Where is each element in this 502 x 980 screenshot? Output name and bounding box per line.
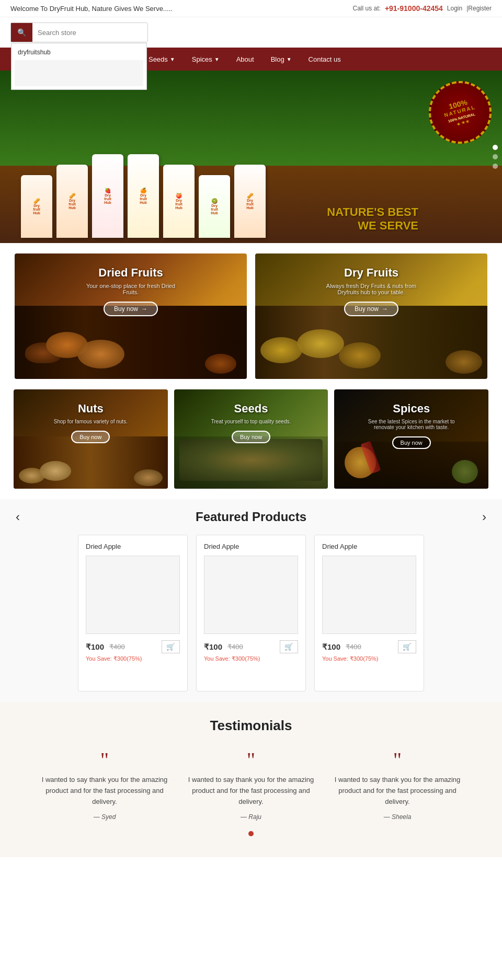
contact-bar: Call us at: +91-91000-42454 Login |Regis… <box>353 4 492 13</box>
buy-now-label: Buy now <box>355 305 379 313</box>
category-grid-top: Dried Fruits Your one-stop place for fre… <box>0 243 502 389</box>
hero-dot-1[interactable] <box>493 145 498 150</box>
testimonial-author: — Raju <box>183 813 319 821</box>
product-savings: You Save: ₹300(75%) <box>322 655 416 662</box>
quote-mark-icon: " <box>37 750 173 770</box>
category-overlay: Dried Fruits Your one-stop place for fre… <box>15 253 247 379</box>
category-card-dry-fruits[interactable]: Dry Fruits Always fresh Dry Fruits & nut… <box>255 253 487 379</box>
product-pricing: ₹100 ₹400 🛒 <box>86 640 180 653</box>
quote-mark-icon: " <box>329 750 465 770</box>
welcome-message: Welcome To DryFruit Hub, Nature Gives We… <box>10 5 173 13</box>
testimonial-dots <box>10 831 492 836</box>
category-card-dried-fruits[interactable]: Dried Fruits Your one-stop place for fre… <box>15 253 247 379</box>
add-to-cart-button[interactable]: 🛒 <box>280 640 298 653</box>
testimonial-dot-1[interactable] <box>248 831 254 836</box>
featured-title: Featured Products <box>196 510 306 524</box>
testimonial-card: " I wanted to say thank you for the amaz… <box>329 750 465 821</box>
search-icon: 🔍 <box>17 28 26 37</box>
nav-item-spices[interactable]: Spices ▼ <box>184 48 228 71</box>
hero-tagline-1: NATURE'S BEST <box>327 205 418 219</box>
product-price: ₹100 <box>86 642 104 652</box>
category-card-spices[interactable]: Spices See the latest Spices in the mark… <box>334 389 488 489</box>
product-image <box>86 556 180 634</box>
product-name: Dried Apple <box>322 543 416 550</box>
search-dropdown: dryfruitshub <box>11 43 147 90</box>
products-next-button[interactable]: › <box>477 510 492 524</box>
products-prev-button[interactable]: ‹ <box>10 510 25 524</box>
buy-now-label: Buy now <box>240 434 262 440</box>
category-card-seeds[interactable]: Seeds Treat yourself to top quality seed… <box>174 389 328 489</box>
featured-header: ‹ Featured Products › <box>10 510 492 524</box>
category-subtitle: See the latest Spices in the market to r… <box>359 419 464 430</box>
quote-mark-icon: " <box>183 750 319 770</box>
products-grid: Dried Apple ₹100 ₹400 🛒 You Save: ₹300(7… <box>10 535 492 691</box>
testimonials-section: Testimonials " I wanted to say thank you… <box>0 702 502 857</box>
search-input[interactable] <box>32 24 147 42</box>
testimonial-author: — Sheela <box>329 813 465 821</box>
buy-now-button[interactable]: Buy now → <box>104 302 158 316</box>
arrow-right-icon: → <box>382 305 388 313</box>
add-to-cart-button[interactable]: 🛒 <box>162 640 180 653</box>
buy-now-button[interactable]: Buy now <box>71 431 110 443</box>
dropdown-arrow-icon: ▼ <box>170 56 175 62</box>
product-pricing: ₹100 ₹400 🛒 <box>322 640 416 653</box>
search-wrapper: 🔍 dryfruitshub <box>10 22 148 42</box>
buy-now-label: Buy now <box>401 440 423 446</box>
product-bag: 🍑 DryfruitHub <box>163 165 195 238</box>
nav-item-blog[interactable]: Blog ▼ <box>263 48 300 71</box>
product-image <box>204 556 298 634</box>
product-bag: 🍓 DryfruitHub <box>92 154 123 238</box>
category-title: Nuts <box>78 402 104 416</box>
product-name: Dried Apple <box>204 543 298 550</box>
category-subtitle: Your one-stop place for fresh Dried Frui… <box>78 283 183 295</box>
hero-tagline-2: WE SERVE <box>327 219 418 233</box>
buy-now-button[interactable]: Buy now <box>392 436 431 449</box>
dropdown-arrow-icon: ▼ <box>287 56 292 62</box>
testimonial-text: I wanted to say thank you for the amazin… <box>37 775 173 807</box>
product-bag: 🥜 DryfruitHub <box>56 165 88 238</box>
product-card: Dried Apple ₹100 ₹400 🛒 You Save: ₹300(7… <box>314 535 424 691</box>
nav-item-about[interactable]: About <box>228 48 263 71</box>
buy-now-button[interactable]: Buy now <box>232 431 270 443</box>
add-to-cart-button[interactable]: 🛒 <box>398 640 416 653</box>
buy-now-button[interactable]: Buy now → <box>344 302 398 316</box>
product-name: Dried Apple <box>86 543 180 550</box>
search-area: 🔍 dryfruitshub 🛒 0 <box>0 17 502 48</box>
testimonial-author: — Syed <box>37 813 173 821</box>
product-original-price: ₹400 <box>227 643 243 651</box>
product-price: ₹100 <box>204 642 222 652</box>
category-title: Dry Fruits <box>344 266 398 280</box>
product-savings: You Save: ₹300(75%) <box>204 655 298 662</box>
top-bar: Welcome To DryFruit Hub, Nature Gives We… <box>0 0 502 17</box>
category-card-nuts[interactable]: Nuts Shop for famous variety of nuts. Bu… <box>14 389 168 489</box>
category-overlay: Nuts Shop for famous variety of nuts. Bu… <box>14 389 168 489</box>
product-savings: You Save: ₹300(75%) <box>86 655 180 662</box>
testimonials-grid: " I wanted to say thank you for the amaz… <box>10 750 492 821</box>
product-original-price: ₹400 <box>346 643 361 651</box>
product-bag: 🍊 DryfruitHub <box>128 154 159 238</box>
login-link[interactable]: Login <box>447 5 462 12</box>
buy-now-label: Buy now <box>79 434 101 440</box>
nav-item-contact[interactable]: Contact us <box>300 48 349 71</box>
hero-content: 🥜 DryfruitHub 🥜 DryfruitHub 🍓 DryfruitHu… <box>0 71 502 243</box>
register-link[interactable]: |Register <box>466 5 492 12</box>
search-dropdown-item[interactable]: dryfruitshub <box>15 47 143 58</box>
hero-banner: 🥜 DryfruitHub 🥜 DryfruitHub 🍓 DryfruitHu… <box>0 71 502 243</box>
category-overlay: Dry Fruits Always fresh Dry Fruits & nut… <box>255 253 487 379</box>
product-bag: 🥜 DryfruitHub <box>234 165 266 238</box>
hero-dot-2[interactable] <box>493 154 498 159</box>
product-bag: 🥝 DryfruitHub <box>199 175 230 238</box>
search-button[interactable]: 🔍 <box>11 23 32 42</box>
featured-products-section: ‹ Featured Products › Dried Apple ₹100 ₹… <box>0 499 502 702</box>
product-pricing: ₹100 ₹400 🛒 <box>204 640 298 653</box>
category-subtitle: Always fresh Dry Fruits & nuts from Dryf… <box>319 283 424 295</box>
testimonial-text: I wanted to say thank you for the amazin… <box>183 775 319 807</box>
testimonial-card: " I wanted to say thank you for the amaz… <box>183 750 319 821</box>
product-bag: 🥜 DryfruitHub <box>21 175 52 238</box>
call-label: Call us at: <box>353 5 381 12</box>
testimonial-text: I wanted to say thank you for the amazin… <box>329 775 465 807</box>
product-card: Dried Apple ₹100 ₹400 🛒 You Save: ₹300(7… <box>196 535 306 691</box>
category-overlay: Spices See the latest Spices in the mark… <box>334 389 488 489</box>
hero-dot-3[interactable] <box>493 164 498 169</box>
dropdown-arrow-icon: ▼ <box>214 56 220 62</box>
